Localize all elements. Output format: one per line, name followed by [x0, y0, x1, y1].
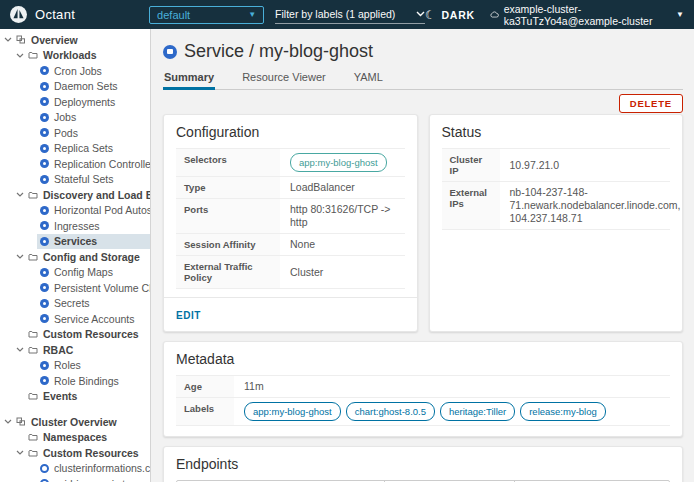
sidebar-item-label: clusterinformations.crd.projec — [54, 462, 151, 474]
sidebar-item-label: Role Bindings — [54, 375, 119, 387]
top-bar: Octant default ▼ Filter by labels (1 app… — [0, 0, 694, 29]
sidebar-item-custom-resources[interactable]: Custom Resources — [0, 327, 150, 343]
folder-icon — [28, 433, 38, 441]
sidebar-item-replication-controllers[interactable]: Replication Controllers — [0, 156, 150, 172]
resource-icon — [40, 113, 49, 122]
chevron-down-icon[interactable] — [16, 53, 28, 58]
sidebar-item-services[interactable]: Services — [0, 234, 150, 250]
sidebar-item-pods[interactable]: Pods — [0, 125, 150, 141]
summary-row: Age11m — [176, 376, 670, 398]
sidebar-item-overview[interactable]: Overview — [0, 32, 150, 48]
summary-value: None — [280, 234, 405, 255]
octant-logo-icon — [10, 6, 27, 23]
sidebar-item-label: Replica Sets — [54, 142, 113, 154]
tab-yaml[interactable]: YAML — [353, 71, 384, 89]
edit-link[interactable]: EDIT — [176, 310, 201, 321]
crd-icon — [40, 464, 49, 473]
chevron-down-icon[interactable] — [4, 37, 16, 42]
sidebar-item-deployments[interactable]: Deployments — [0, 94, 150, 110]
chevron-down-icon: ▼ — [676, 10, 684, 19]
sidebar-item-config-maps[interactable]: Config Maps — [0, 265, 150, 281]
label-filter-text: Filter by labels (1 applied) — [275, 8, 395, 20]
sidebar-item-events[interactable]: Events — [0, 389, 150, 405]
sidebar-item-roles[interactable]: Roles — [0, 358, 150, 374]
label-tag[interactable]: app:my-blog-ghost — [244, 402, 341, 421]
sidebar-item-label: Workloads — [43, 49, 96, 61]
sidebar-item-daemon-sets[interactable]: Daemon Sets — [0, 79, 150, 95]
theme-toggle[interactable]: ☾ DARK — [425, 8, 475, 22]
sidebar-item-cluster-overview[interactable]: Cluster Overview — [0, 414, 150, 430]
summary-label: External IPs — [442, 182, 500, 229]
sidebar-item-label: Cluster Overview — [31, 416, 117, 428]
summary-row: External IPsnb-104-237-148-71.newark.nod… — [442, 182, 671, 230]
sidebar-item-label: Events — [43, 390, 77, 402]
sidebar-item-discovery-and-load-balancing[interactable]: Discovery and Load Balancing — [0, 187, 150, 203]
summary-row: Cluster IP10.97.21.0 — [442, 149, 671, 182]
summary-label: External Traffic Policy — [176, 256, 280, 288]
tab-summary[interactable]: Summary — [163, 71, 215, 89]
sidebar-item-label: Pods — [54, 127, 78, 139]
summary-row: External Traffic PolicyCluster — [176, 256, 405, 289]
folder-icon — [28, 392, 38, 400]
summary-label: Type — [176, 177, 280, 198]
chevron-down-icon[interactable] — [4, 419, 16, 424]
sidebar-item-label: Cron Jobs — [54, 65, 102, 77]
label-filter[interactable]: Filter by labels (1 applied) — [275, 5, 425, 24]
chevron-down-icon[interactable] — [16, 450, 28, 455]
sidebar-item-label: Overview — [31, 34, 78, 46]
folder-icon — [28, 330, 38, 338]
sidebar-item-workloads[interactable]: Workloads — [0, 48, 150, 64]
sidebar-item-config-and-storage[interactable]: Config and Storage — [0, 249, 150, 265]
service-icon — [163, 45, 177, 59]
cluster-context-selector[interactable]: example-cluster-ka3TuTzYo4a@example-clus… — [490, 3, 684, 27]
summary-label: Labels — [176, 398, 234, 425]
chevron-down-icon — [16, 435, 28, 440]
sidebar-item-replica-sets[interactable]: Replica Sets — [0, 141, 150, 157]
sidebar-item-label: Namespaces — [43, 431, 107, 443]
sidebar-item-service-accounts[interactable]: Service Accounts — [0, 311, 150, 327]
label-tag[interactable]: release:my-blog — [520, 402, 606, 421]
sidebar-item-label: RBAC — [43, 344, 73, 356]
sidebar-item-label: Config and Storage — [43, 251, 140, 263]
card-title: Endpoints — [176, 456, 670, 472]
tab-bar: SummaryResource ViewerYAML — [163, 71, 683, 90]
sidebar-item-namespaces[interactable]: Namespaces — [0, 430, 150, 446]
tab-resource-viewer[interactable]: Resource Viewer — [241, 71, 327, 89]
chevron-down-icon[interactable] — [16, 254, 28, 259]
chevron-down-icon — [16, 332, 28, 337]
page-title: Service / my-blog-ghost — [184, 41, 373, 62]
summary-row: Portshttp 80:31626/TCP -> http — [176, 199, 405, 234]
sidebar-item-ingresses[interactable]: Ingresses — [0, 218, 150, 234]
summary-value: LoadBalancer — [280, 177, 405, 198]
sidebar-item-stateful-sets[interactable]: Stateful Sets — [0, 172, 150, 188]
sidebar-item-clusterinformations-crd-projec[interactable]: clusterinformations.crd.projec — [0, 461, 150, 477]
chevron-down-icon[interactable] — [16, 192, 28, 197]
folder-icon — [28, 346, 38, 354]
sidebar-item-persistent-volume-claims[interactable]: Persistent Volume Claims — [0, 280, 150, 296]
label-tag[interactable]: heritage:Tiller — [440, 402, 515, 421]
sidebar-item-rbac[interactable]: RBAC — [0, 342, 150, 358]
status-card: Status Cluster IP10.97.21.0External IPsn… — [429, 114, 684, 332]
sidebar-item-jobs[interactable]: Jobs — [0, 110, 150, 126]
summary-value: http 80:31626/TCP -> http — [280, 199, 405, 233]
namespace-selector[interactable]: default ▼ — [149, 6, 264, 24]
sidebar-item-custom-resources[interactable]: Custom Resources — [0, 445, 150, 461]
delete-button[interactable]: DELETE — [619, 94, 683, 113]
sidebar-item-role-bindings[interactable]: Role Bindings — [0, 373, 150, 389]
label-tag[interactable]: chart:ghost-8.0.5 — [346, 402, 435, 421]
sidebar-item-label: Horizontal Pod Autoscalers — [54, 204, 151, 216]
chevron-down-icon: ▼ — [248, 11, 256, 19]
sidebar-item-label: Jobs — [54, 111, 76, 123]
selector-tag[interactable]: app:my-blog-ghost — [290, 153, 387, 172]
summary-value: app:my-blog-ghost — [280, 149, 405, 176]
folder-icon — [28, 191, 38, 199]
sidebar-item-horizontal-pod-autoscalers[interactable]: Horizontal Pod Autoscalers — [0, 203, 150, 219]
sidebar-item-csidrivers-csi-storage-k8s-io[interactable]: csidrivers.csi.storage.k8s.io — [0, 476, 150, 482]
summary-value: app:my-blog-ghostchart:ghost-8.0.5herita… — [234, 398, 670, 425]
sidebar-item-cron-jobs[interactable]: Cron Jobs — [0, 63, 150, 79]
resource-icon — [40, 66, 49, 75]
summary-label: Age — [176, 376, 234, 397]
sidebar-item-secrets[interactable]: Secrets — [0, 296, 150, 312]
chevron-down-icon[interactable] — [16, 347, 28, 352]
sidebar-item-label: Services — [54, 235, 97, 247]
